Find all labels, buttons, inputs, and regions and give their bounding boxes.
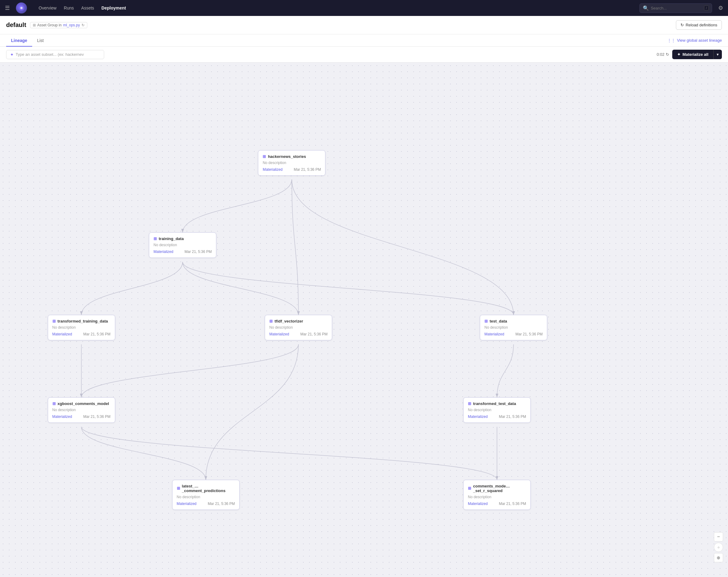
asset-node-training_data[interactable]: ⊞ training_data No description Materiali…: [149, 232, 216, 258]
zoom-out-button[interactable]: −: [714, 532, 723, 542]
reload-definitions-button[interactable]: ↻ Reload definitions: [676, 20, 722, 30]
node-footer: Materialized Mar 21, 5:36 PM: [154, 250, 212, 254]
asset-node-test_data[interactable]: ⊞ test_data No description Materialized …: [480, 315, 547, 340]
materialize-label: Materialize all: [682, 52, 708, 57]
asset-node-hackernews_stories[interactable]: ⊞ hackernews_stories No description Mate…: [258, 150, 326, 176]
nav-deployment[interactable]: Deployment: [98, 4, 129, 12]
node-header: ⊞ transformed_test_data: [468, 401, 526, 406]
node-description: No description: [468, 495, 526, 499]
node-timestamp: Mar 21, 5:36 PM: [499, 502, 526, 506]
node-header: ⊞ training_data: [154, 236, 212, 241]
node-footer: Materialized Mar 21, 5:36 PM: [468, 415, 526, 419]
node-timestamp: Mar 21, 5:36 PM: [83, 332, 111, 336]
node-header: ⊞ hackernews_stories: [263, 154, 321, 159]
nav-assets[interactable]: Assets: [78, 4, 97, 12]
materialize-icon: ✦: [677, 52, 680, 57]
lineage-canvas: − ○ ⊕ ⊞ hackernews_stories No descriptio…: [0, 62, 728, 577]
nav-overview[interactable]: Overview: [35, 4, 59, 12]
node-title: test_data: [490, 319, 507, 323]
node-description: No description: [52, 408, 111, 412]
asset-node-tfidf_vectorizer[interactable]: ⊞ tfidf_vectorizer No description Materi…: [265, 315, 332, 340]
node-description: No description: [269, 325, 328, 330]
node-footer: Materialized Mar 21, 5:36 PM: [468, 502, 526, 506]
svg-point-2: [21, 7, 22, 8]
asset-node-comments_mode_set_r_squared[interactable]: ⊞ comments_mode…_set_r_squared No descri…: [463, 480, 531, 510]
node-header: ⊞ comments_mode…_set_r_squared: [468, 484, 526, 493]
zoom-expand-button[interactable]: ⊕: [714, 553, 723, 562]
filter-bar: ✦ Type an asset subset... (ex: hackernev…: [0, 47, 728, 62]
node-status: Materialized: [154, 250, 174, 254]
node-timestamp: Mar 21, 5:36 PM: [294, 168, 321, 172]
reload-btn-label: Reload definitions: [686, 23, 717, 27]
materialize-all-button[interactable]: ✦ Materialize all: [672, 50, 713, 59]
node-description: No description: [154, 243, 212, 247]
node-footer: Materialized Mar 21, 5:36 PM: [269, 332, 328, 336]
node-footer: Materialized Mar 21, 5:36 PM: [52, 415, 111, 419]
node-description: No description: [52, 325, 111, 330]
node-header: ⊞ test_data: [485, 319, 543, 323]
tab-list[interactable]: List: [32, 34, 49, 47]
materialize-dropdown-button[interactable]: ▾: [713, 50, 722, 59]
node-timestamp: Mar 21, 5:36 PM: [300, 332, 328, 336]
node-title: comments_mode…_set_r_squared: [473, 484, 526, 493]
asset-node-transformed_test_data[interactable]: ⊞ transformed_test_data No description M…: [463, 397, 531, 423]
node-title: xgboost_comments_model: [58, 401, 109, 406]
node-footer: Materialized Mar 21, 5:36 PM: [52, 332, 111, 336]
node-header: ⊞ transformed_training_data: [52, 319, 111, 323]
timer-display: 0:02 ↻: [657, 52, 669, 57]
node-header: ⊞ latest_…_comment_predictions: [177, 484, 235, 493]
node-description: No description: [263, 161, 321, 165]
node-timestamp: Mar 21, 5:36 PM: [515, 332, 543, 336]
node-footer: Materialized Mar 21, 5:36 PM: [263, 168, 321, 172]
chevron-down-icon: ▾: [717, 52, 719, 57]
app-logo: [16, 2, 27, 14]
node-grid-icon: ⊞: [468, 401, 471, 406]
node-title: transformed_training_data: [58, 319, 108, 323]
tab-lineage[interactable]: Lineage: [6, 34, 32, 47]
node-timestamp: Mar 21, 5:36 PM: [499, 415, 526, 419]
search-icon: 🔍: [643, 5, 649, 11]
asset-node-latest_comment_predictions[interactable]: ⊞ latest_…_comment_predictions No descri…: [172, 480, 240, 510]
badge-refresh-icon[interactable]: ↻: [81, 23, 84, 27]
zoom-reset-button[interactable]: ○: [714, 543, 723, 552]
global-search[interactable]: 🔍 /: [640, 3, 712, 13]
timer-refresh-icon[interactable]: ↻: [666, 52, 669, 57]
node-status: Materialized: [485, 332, 504, 336]
node-timestamp: Mar 21, 5:36 PM: [184, 250, 212, 254]
asset-node-xgboost_comments_model[interactable]: ⊞ xgboost_comments_model No description …: [48, 397, 115, 423]
view-global-label: View global asset lineage: [677, 38, 722, 43]
search-input[interactable]: [651, 6, 702, 10]
asset-node-transformed_training_data[interactable]: ⊞ transformed_training_data No descripti…: [48, 315, 115, 340]
node-timestamp: Mar 21, 5:36 PM: [83, 415, 111, 419]
hamburger-menu[interactable]: ☰: [5, 5, 10, 11]
tabs-bar: Lineage List ⋮⋮ View global asset lineag…: [0, 34, 728, 47]
node-grid-icon: ⊞: [468, 486, 471, 491]
view-global-lineage-button[interactable]: ⋮⋮ View global asset lineage: [667, 38, 722, 43]
node-grid-icon: ⊞: [485, 319, 488, 323]
grid-icon: ⊞: [33, 23, 36, 27]
node-grid-icon: ⊞: [177, 486, 180, 491]
node-status: Materialized: [177, 502, 197, 506]
node-timestamp: Mar 21, 5:36 PM: [208, 502, 235, 506]
node-status: Materialized: [269, 332, 289, 336]
asset-search-input[interactable]: ✦ Type an asset subset... (ex: hackernev: [6, 50, 104, 59]
settings-icon[interactable]: ⚙: [718, 5, 723, 11]
ml-ops-link[interactable]: ml_ops.py: [63, 23, 80, 27]
timer-value: 0:02: [657, 52, 664, 57]
node-grid-icon: ⊞: [52, 401, 56, 406]
page-subheader: default ⊞ Asset Group in ml_ops.py ↻ ↻ R…: [0, 16, 728, 34]
node-header: ⊞ tfidf_vectorizer: [269, 319, 328, 323]
node-description: No description: [177, 495, 235, 499]
node-title: hackernews_stories: [268, 154, 306, 159]
node-header: ⊞ xgboost_comments_model: [52, 401, 111, 406]
page-title: default: [6, 22, 26, 28]
node-title: latest_…_comment_predictions: [182, 484, 235, 493]
node-grid-icon: ⊞: [263, 154, 266, 159]
node-status: Materialized: [52, 332, 72, 336]
node-footer: Materialized Mar 21, 5:36 PM: [177, 502, 235, 506]
nav-runs[interactable]: Runs: [61, 4, 77, 12]
node-title: tfidf_vectorizer: [275, 319, 303, 323]
sparkle-icon: ✦: [10, 52, 14, 57]
node-status: Materialized: [263, 168, 283, 172]
node-description: No description: [468, 408, 526, 412]
